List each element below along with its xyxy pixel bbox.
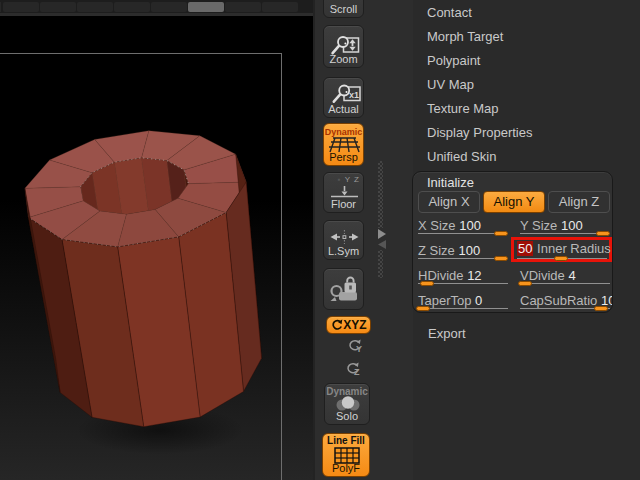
svg-text:Y: Y [356,344,362,353]
svg-text:x1: x1 [349,90,359,100]
svg-text:Z: Z [354,367,360,376]
